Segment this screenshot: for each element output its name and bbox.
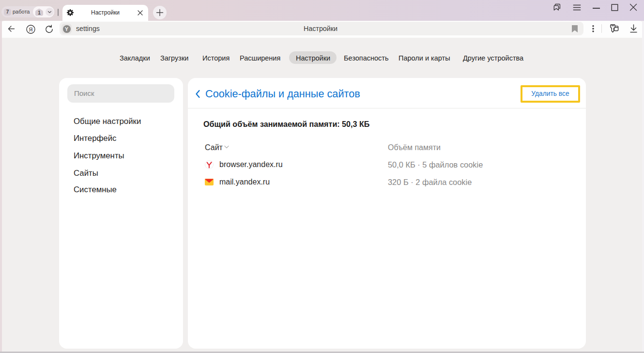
svg-text:Я: Я — [29, 27, 33, 32]
